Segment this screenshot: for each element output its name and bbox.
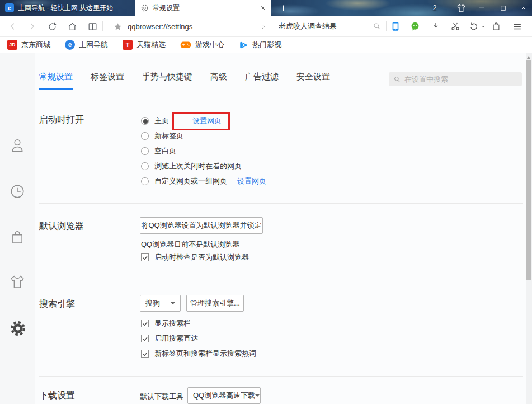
tab-security-settings[interactable]: 安全设置 <box>296 72 330 90</box>
jd-icon: JD <box>7 40 17 50</box>
checkbox-checked[interactable] <box>141 350 149 358</box>
skin-shirt-icon[interactable] <box>9 274 26 290</box>
chevron-down-icon <box>171 302 175 304</box>
settings-search-box[interactable] <box>389 72 522 86</box>
qq-nav-favicon: e <box>5 3 14 12</box>
shopping-bag-icon[interactable] <box>9 229 26 246</box>
back-button[interactable] <box>4 16 21 37</box>
radio-label: 浏览上次关闭时在看的网页 <box>154 161 242 171</box>
undo-restore-icon[interactable] <box>467 16 481 37</box>
tab-ad-filter[interactable]: 广告过滤 <box>245 72 279 90</box>
scrollbar-thumb[interactable] <box>526 60 531 280</box>
tab-general-settings[interactable]: 常规设置 <box>39 72 73 90</box>
theme-skin-icon[interactable] <box>453 0 469 16</box>
section-title-download: 下载设置 <box>39 390 75 402</box>
scrollbar-up-arrow[interactable] <box>527 56 530 59</box>
scrollbar-track[interactable] <box>526 53 532 404</box>
bookmark-nav[interactable]: e 上网导航 <box>65 40 108 50</box>
new-tab-button[interactable] <box>275 0 291 16</box>
tab-bar: e 上网导航 - 轻快上网 从这里开始 常规设置 2 <box>0 0 532 16</box>
address-expand-chevron[interactable] <box>256 16 270 37</box>
section-divider <box>39 203 523 204</box>
startup-option-custom: 自定义网页或一组网页 设置网页 <box>141 176 266 186</box>
startup-option-blank: 空白页 <box>141 146 176 156</box>
tab-label-settings[interactable]: 标签设置 <box>91 72 124 90</box>
bookmark-star-icon[interactable] <box>110 16 125 37</box>
download-icon[interactable] <box>429 16 443 37</box>
section-divider <box>39 376 523 377</box>
check-search-direct: 启用搜索直达 <box>141 333 198 344</box>
checkbox-checked[interactable] <box>141 320 149 327</box>
checkbox-label: 显示搜索栏 <box>154 318 191 328</box>
minimize-button[interactable] <box>474 0 489 16</box>
tab-close-icon[interactable] <box>260 5 266 11</box>
checkbox-label: 启动时检查是否为默认浏览器 <box>154 252 249 262</box>
download-tool-label: 默认下载工具 <box>140 392 183 402</box>
browser-window: e 上网导航 - 轻快上网 从这里开始 常规设置 2 <box>0 0 532 404</box>
gamepad-icon <box>180 40 191 49</box>
radio-label: 自定义网页或一组网页 <box>154 176 227 186</box>
checkbox-checked[interactable] <box>141 335 149 342</box>
bookmark-jd[interactable]: JD 京东商城 <box>7 40 50 50</box>
tab-gestures-shortcuts[interactable]: 手势与快捷键 <box>142 72 192 90</box>
radio-label: 空白页 <box>154 146 176 156</box>
radio-blank[interactable] <box>141 147 149 155</box>
home-button[interactable] <box>64 16 81 37</box>
annotation-highlight-box <box>172 112 230 130</box>
set-default-browser-button[interactable]: 将QQ浏览器设置为默认浏览器并锁定 <box>140 217 263 234</box>
bookmark-movies[interactable]: 热门影视 <box>239 40 281 50</box>
set-webpage-link-2[interactable]: 设置网页 <box>237 176 266 186</box>
bookmark-label: 天猫精选 <box>136 40 166 50</box>
download-tool-select[interactable]: QQ浏览器高速下载 <box>187 387 261 404</box>
bookmark-games[interactable]: 游戏中心 <box>180 40 224 50</box>
default-browser-status: QQ浏览器目前不是默认浏览器 <box>141 239 239 250</box>
user-profile-icon[interactable] <box>9 137 26 154</box>
settings-gear-icon[interactable] <box>9 320 26 336</box>
selected-engine: 搜狗 <box>145 298 160 308</box>
tmall-icon: T <box>123 40 133 50</box>
maximize-button[interactable] <box>495 0 511 16</box>
radio-newtab[interactable] <box>141 132 149 140</box>
gear-icon <box>140 4 149 12</box>
tab-nav-home[interactable]: e 上网导航 - 轻快上网 从这里开始 <box>0 0 135 16</box>
quick-search-box[interactable] <box>279 16 368 37</box>
settings-search-input[interactable] <box>404 75 505 83</box>
search-icon[interactable] <box>370 16 384 37</box>
reading-mode-icon[interactable] <box>84 16 101 37</box>
scissors-capture-icon[interactable] <box>448 16 463 37</box>
check-show-searchbar: 显示搜索栏 <box>141 318 191 328</box>
menu-hamburger-icon[interactable] <box>509 16 525 37</box>
settings-tab-strip: 常规设置 标签设置 手势与快捷键 高级 广告过滤 安全设置 <box>39 66 330 90</box>
mobile-phone-icon[interactable] <box>388 16 403 37</box>
navigation-bar: qqbrowser://settings <box>0 16 532 37</box>
bookmark-label: 游戏中心 <box>195 40 224 50</box>
app-box-icon[interactable] <box>489 16 503 37</box>
history-clock-icon[interactable] <box>9 183 26 200</box>
section-title-default-browser: 默认浏览器 <box>39 220 84 232</box>
radio-custom[interactable] <box>141 177 149 185</box>
refresh-button[interactable] <box>44 16 60 37</box>
wechat-messages-icon[interactable] <box>408 16 422 37</box>
checkbox-checked[interactable] <box>141 253 149 261</box>
bookmark-label: 热门影视 <box>252 40 281 50</box>
tab-title: 上网导航 - 轻快上网 从这里开始 <box>18 3 113 13</box>
checkbox-label: 新标签页和搜索栏显示搜索热词 <box>154 349 256 359</box>
quick-search-input[interactable] <box>279 22 368 31</box>
radio-lastsession[interactable] <box>141 162 149 170</box>
bookmark-tmall[interactable]: T 天猫精选 <box>123 40 166 50</box>
address-url[interactable]: qqbrowser://settings <box>128 16 192 37</box>
close-window-button[interactable] <box>516 0 531 16</box>
divider <box>102 21 103 31</box>
forward-button[interactable] <box>23 16 40 37</box>
chevron-down-icon <box>255 394 260 397</box>
undo-dropdown-caret[interactable] <box>480 16 487 37</box>
bookmark-label: 上网导航 <box>79 40 108 50</box>
tab-settings[interactable]: 常规设置 <box>135 0 271 16</box>
tab-advanced[interactable]: 高级 <box>210 72 227 90</box>
startup-option-lastsession: 浏览上次关闭时在看的网页 <box>141 161 242 171</box>
tab-count-badge[interactable]: 2 <box>430 0 439 16</box>
radio-homepage[interactable] <box>141 117 149 125</box>
manage-search-engines-button[interactable]: 管理搜索引擎... <box>186 295 244 312</box>
search-engine-select[interactable]: 搜狗 <box>140 295 181 312</box>
check-default-on-startup: 启动时检查是否为默认浏览器 <box>141 252 249 262</box>
